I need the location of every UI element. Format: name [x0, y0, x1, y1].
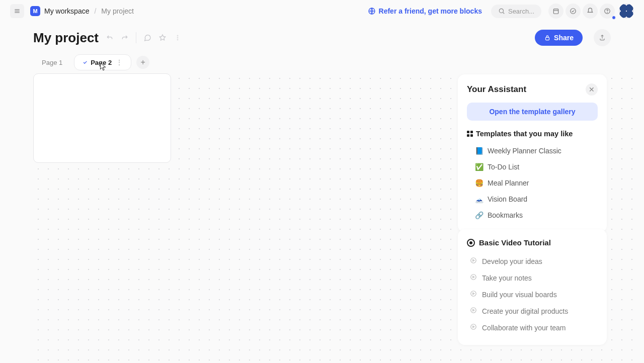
- record-icon: [467, 239, 475, 247]
- video-label: Create your digital products: [482, 307, 568, 315]
- video-label: Take your notes: [482, 274, 532, 282]
- empty-block[interactable]: [33, 73, 171, 163]
- share-button[interactable]: Share: [535, 30, 583, 46]
- video-label: Develop your ideas: [482, 257, 542, 265]
- template-item[interactable]: 🗻Vision Board: [467, 191, 598, 207]
- template-emoji: 🗻: [475, 195, 484, 203]
- template-item[interactable]: ✅To-Do List: [467, 159, 598, 175]
- templates-heading: Templates that you may like: [467, 130, 598, 138]
- svg-point-13: [177, 39, 178, 40]
- svg-point-15: [471, 258, 476, 263]
- add-tab-button[interactable]: +: [136, 56, 149, 69]
- star-button[interactable]: [158, 34, 167, 42]
- share-label: Share: [554, 34, 574, 42]
- svg-rect-14: [546, 37, 549, 40]
- breadcrumb: My workspace / My project: [44, 7, 134, 15]
- template-emoji: 📘: [475, 147, 484, 155]
- svg-point-18: [471, 308, 476, 313]
- video-item[interactable]: Develop your ideas: [467, 253, 598, 269]
- video-item[interactable]: Create your digital products: [467, 303, 598, 319]
- template-label: To-Do List: [488, 163, 519, 171]
- video-label: Build your visual boards: [482, 291, 557, 299]
- refer-label: Refer a friend, get more blocks: [379, 7, 482, 15]
- template-label: Vision Board: [488, 195, 527, 203]
- tab-label: Page 1: [42, 59, 62, 66]
- search-icon: [498, 8, 505, 15]
- svg-point-12: [177, 37, 178, 38]
- svg-point-17: [471, 291, 476, 297]
- comments-button[interactable]: [143, 34, 151, 42]
- svg-line-5: [503, 12, 504, 14]
- svg-rect-6: [553, 9, 558, 14]
- video-item[interactable]: Build your visual boards: [467, 286, 598, 303]
- video-item[interactable]: Collaborate with your team: [467, 319, 598, 336]
- template-emoji: ✅: [475, 163, 484, 171]
- template-label: Bookmarks: [488, 211, 523, 219]
- help-button[interactable]: [600, 4, 615, 19]
- play-icon: [470, 274, 477, 282]
- avatar[interactable]: [619, 4, 634, 19]
- breadcrumb-project[interactable]: My project: [101, 7, 134, 15]
- svg-point-11: [177, 35, 178, 36]
- open-template-gallery-button[interactable]: Open the template gallery: [467, 103, 598, 121]
- page-title: My project: [33, 30, 99, 46]
- check-icon: [83, 60, 88, 65]
- notifications-button[interactable]: [583, 4, 598, 19]
- videos-panel: Basic Video Tutorial Develop your ideasT…: [458, 229, 607, 345]
- check-button[interactable]: [566, 4, 581, 19]
- play-icon: [470, 307, 477, 315]
- svg-point-19: [471, 324, 476, 330]
- template-emoji: 🔗: [475, 211, 484, 219]
- play-icon: [470, 290, 477, 299]
- template-label: Weekly Planner Classic: [488, 147, 561, 155]
- redo-button[interactable]: [121, 34, 129, 42]
- lock-icon: [544, 34, 551, 41]
- video-label: Collaborate with your team: [482, 324, 566, 332]
- videos-heading: Basic Video Tutorial: [467, 238, 598, 247]
- template-item[interactable]: 🔗Bookmarks: [467, 207, 598, 223]
- globe-icon: [368, 7, 376, 15]
- tab-page-2[interactable]: Page 2 ⋮: [74, 54, 131, 70]
- template-item[interactable]: 🍔Meal Planner: [467, 175, 598, 191]
- calendar-button[interactable]: [548, 4, 564, 19]
- assistant-title: Your Assistant: [467, 84, 526, 95]
- divider: [136, 32, 136, 43]
- svg-point-4: [499, 9, 503, 13]
- export-button[interactable]: [594, 29, 611, 46]
- template-emoji: 🍔: [475, 179, 484, 187]
- search-input[interactable]: Search...: [491, 5, 541, 18]
- svg-point-10: [607, 13, 608, 13]
- breadcrumb-separator: /: [94, 7, 96, 15]
- template-item[interactable]: 📘Weekly Planner Classic: [467, 143, 598, 159]
- tab-label: Page 2: [91, 59, 112, 66]
- tab-more-icon[interactable]: ⋮: [115, 58, 123, 66]
- workspace-badge[interactable]: M: [30, 6, 40, 16]
- close-button[interactable]: ✕: [586, 83, 598, 96]
- grid-icon: [467, 131, 473, 137]
- sidebar-toggle[interactable]: [10, 4, 24, 18]
- breadcrumb-workspace[interactable]: My workspace: [44, 7, 89, 15]
- play-icon: [470, 257, 477, 265]
- assistant-panel: Your Assistant ✕ Open the template galle…: [458, 74, 607, 232]
- search-placeholder: Search...: [508, 8, 534, 15]
- template-label: Meal Planner: [488, 179, 529, 187]
- refer-link[interactable]: Refer a friend, get more blocks: [368, 7, 482, 15]
- video-item[interactable]: Take your notes: [467, 269, 598, 286]
- tab-page-1[interactable]: Page 1: [33, 55, 71, 70]
- notification-dot: [612, 16, 616, 20]
- svg-point-16: [471, 275, 476, 280]
- svg-point-8: [571, 9, 576, 14]
- more-button[interactable]: [174, 34, 182, 42]
- play-icon: [470, 323, 477, 332]
- undo-button[interactable]: [106, 34, 114, 42]
